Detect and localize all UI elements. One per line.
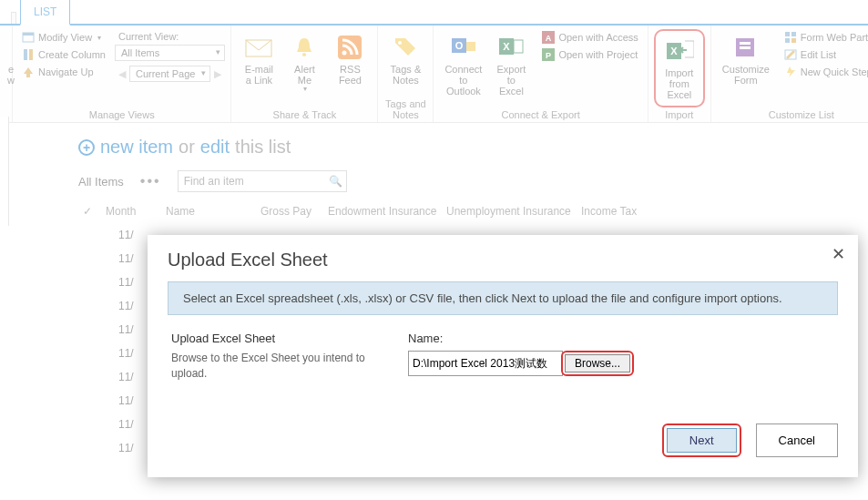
form-web-parts-button[interactable]: Form Web Parts▾ — [781, 29, 868, 46]
current-view-label: Current View: — [115, 29, 225, 44]
dialog-section-title: Upload Excel Sheet — [171, 332, 372, 345]
webparts-icon — [784, 31, 797, 44]
svg-text:X: X — [504, 41, 511, 52]
customize-form-button[interactable]: Customize Form — [717, 29, 775, 89]
new-item-bar: + new item or edit this list — [78, 137, 868, 158]
group-label: Connect & Export — [439, 107, 641, 120]
ribbon: ew Modify View▾ Create Column Navigate U… — [0, 26, 868, 123]
ribbon-group-manage-views: Modify View▾ Create Column Navigate Up C… — [13, 26, 231, 122]
left-nav-edge — [0, 117, 9, 226]
new-item-link[interactable]: new item — [100, 137, 173, 158]
group-label: Import — [654, 107, 705, 120]
search-input[interactable] — [179, 173, 326, 189]
rss-feed-button[interactable]: RSS Feed — [328, 29, 372, 89]
search-box[interactable]: 🔍 — [178, 170, 347, 192]
outlook-icon: O — [449, 33, 478, 62]
open-access-button[interactable]: A Open with Access — [538, 29, 641, 46]
svg-rect-14 — [514, 40, 523, 53]
view-all-items[interactable]: All Items — [78, 175, 124, 189]
import-excel-icon: X — [665, 36, 694, 66]
col-name[interactable]: Name — [166, 205, 260, 218]
access-icon: A — [542, 31, 555, 44]
svg-rect-22 — [740, 42, 751, 45]
svg-text:A: A — [546, 34, 552, 43]
svg-point-5 — [302, 53, 306, 56]
current-view-dropdown[interactable]: All Items — [115, 45, 225, 61]
svg-rect-26 — [785, 38, 790, 43]
tag-icon — [391, 33, 420, 62]
svg-rect-2 — [24, 49, 27, 60]
ribbon-group-connect-export: O Connect to Outlook X Export to Excel A… — [434, 26, 648, 122]
group-label: Share & Track — [237, 107, 372, 120]
ribbon-tabs: LIST — [0, 0, 868, 26]
dialog-banner: Select an Excel spreadsheet (.xls, .xlsx… — [168, 281, 838, 315]
svg-rect-3 — [29, 49, 33, 60]
view-more-menu[interactable]: ••• — [140, 173, 161, 189]
select-all-checkbox[interactable]: ✓ — [78, 205, 106, 218]
modify-view-icon — [22, 31, 35, 44]
navigate-up-button[interactable]: Navigate Up — [18, 64, 109, 80]
dialog-title: Upload Excel Sheet — [168, 235, 838, 281]
email-link-button[interactable]: E-mail a Link — [237, 29, 281, 89]
group-label: Tags and Notes — [383, 97, 427, 120]
navigate-up-icon — [22, 66, 35, 78]
new-quick-step-button[interactable]: New Quick Step — [781, 64, 868, 80]
group-label: Customize List — [717, 107, 868, 120]
create-column-icon — [22, 48, 35, 61]
excel-icon: X — [496, 33, 526, 62]
name-label: Name: — [408, 332, 834, 345]
tab-list[interactable]: LIST — [20, 0, 70, 26]
svg-rect-25 — [791, 32, 796, 36]
connect-outlook-button[interactable]: O Connect to Outlook — [439, 29, 487, 100]
svg-text:P: P — [546, 51, 551, 60]
col-tax[interactable]: Income Tax — [581, 205, 646, 218]
ribbon-group-import: X Import from Excel Import — [648, 26, 711, 122]
bell-icon — [290, 33, 319, 62]
export-excel-button[interactable]: X Export to Excel — [489, 29, 533, 100]
project-icon: P — [542, 48, 555, 61]
ribbon-group-customize-list: Customize Form Form Web Parts▾ Edit List… — [711, 26, 868, 122]
svg-text:O: O — [455, 40, 464, 51]
group-label: Manage Views — [18, 107, 225, 120]
edit-list-icon — [784, 48, 797, 61]
svg-text:X: X — [670, 46, 678, 56]
edit-list-button[interactable]: Edit List — [781, 46, 868, 63]
svg-rect-23 — [740, 46, 751, 49]
open-project-button[interactable]: P Open with Project — [538, 46, 641, 63]
current-page-button[interactable]: Current Page — [129, 66, 210, 82]
upload-excel-dialog: ✕ Upload Excel Sheet Select an Excel spr… — [148, 235, 858, 477]
mail-icon — [244, 33, 273, 62]
alert-me-button[interactable]: Alert Me▾ — [282, 29, 326, 97]
svg-rect-1 — [23, 33, 34, 36]
svg-rect-24 — [785, 32, 790, 36]
ribbon-group-tags: Tags & Notes Tags and Notes — [378, 26, 434, 122]
file-path-input[interactable] — [408, 351, 563, 376]
cancel-button[interactable]: Cancel — [756, 423, 838, 457]
col-endow[interactable]: Endowment Insurance — [328, 205, 446, 218]
svg-point-8 — [398, 41, 402, 45]
browse-button[interactable]: Browse... — [565, 354, 630, 372]
plus-icon[interactable]: + — [78, 139, 95, 156]
svg-rect-11 — [466, 42, 475, 51]
svg-point-7 — [342, 51, 347, 56]
col-month[interactable]: Month — [106, 205, 166, 218]
col-unemp[interactable]: Unemployment Insurance — [446, 205, 581, 218]
ribbon-group-share-track: E-mail a Link Alert Me▾ RSS Feed Share &… — [231, 26, 378, 122]
edit-list-link[interactable]: edit — [200, 137, 230, 158]
close-icon[interactable]: ✕ — [832, 244, 845, 264]
create-column-button[interactable]: Create Column — [18, 46, 109, 63]
modify-view-button[interactable]: Modify View▾ — [18, 29, 109, 46]
search-icon[interactable]: 🔍 — [326, 175, 346, 188]
svg-rect-27 — [791, 38, 796, 43]
column-headers: ✓ Month Name Gross Pay Endowment Insuran… — [78, 205, 868, 218]
import-from-excel-button[interactable]: X Import from Excel — [658, 33, 701, 104]
col-gross[interactable]: Gross Pay — [260, 205, 328, 218]
dialog-hint: Browse to the Excel Sheet you intend to … — [171, 351, 372, 382]
rss-icon — [335, 33, 364, 62]
next-button[interactable]: Next — [667, 428, 737, 453]
quickstep-icon — [784, 66, 797, 78]
tab-unknown[interactable] — [11, 12, 16, 24]
infopath-icon — [731, 33, 761, 62]
tags-notes-button[interactable]: Tags & Notes — [383, 29, 427, 89]
